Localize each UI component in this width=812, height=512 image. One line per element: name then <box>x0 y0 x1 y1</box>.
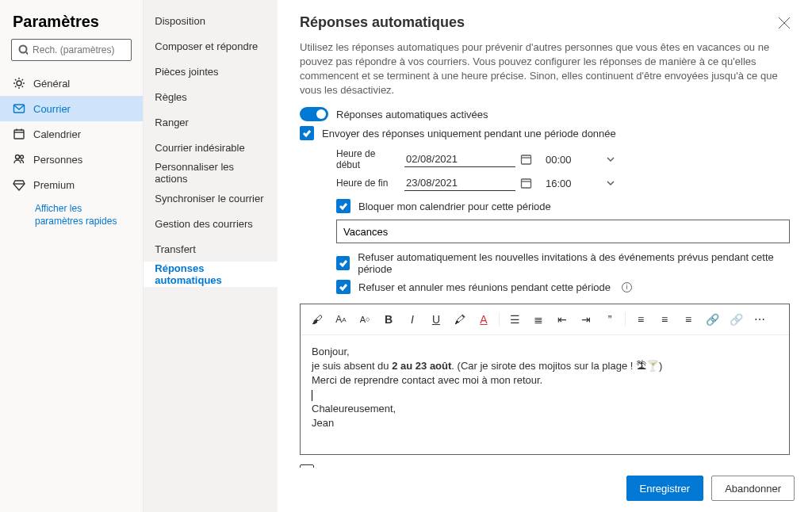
nav-people-label: Personnes <box>33 154 82 166</box>
cancel-button[interactable]: Abandonner <box>711 476 795 501</box>
search-input[interactable] <box>33 44 124 55</box>
decline-new-label: Refuser automatiquement les nouvelles in… <box>358 251 790 275</box>
search-input-container[interactable] <box>11 39 132 61</box>
svg-point-0 <box>20 46 27 53</box>
nav-calendar[interactable]: Calendrier <box>0 121 143 147</box>
subnav-composer[interactable]: Composer et répondre <box>144 33 278 59</box>
settings-left-nav: Paramètres Général Courrier Calendrier P… <box>0 0 144 512</box>
subnav-disposition[interactable]: Disposition <box>144 8 278 33</box>
underline-icon[interactable]: U <box>426 309 446 330</box>
rich-text-editor: 🖌 AA A◇ B I U 🖍 A ☰ ≣ ⇤ ⇥ ” ≡ ≡ <box>300 304 790 455</box>
footer-actions: Enregistrer Abandonner <box>278 468 812 512</box>
font-size-icon[interactable]: A◇ <box>354 309 375 330</box>
subnav-customize[interactable]: Personnaliser les actions <box>144 160 278 185</box>
mail-icon <box>13 102 25 115</box>
msg-line: Merci de reprendre contact avec moi à mo… <box>312 373 778 388</box>
nav-general[interactable]: Général <box>0 71 143 96</box>
highlight-icon[interactable]: 🖍 <box>450 309 470 330</box>
subnav-junk[interactable]: Courrier indésirable <box>144 135 278 160</box>
nav-premium-label: Premium <box>33 179 75 191</box>
mail-subnav: Disposition Composer et répondre Pièces … <box>144 0 278 512</box>
people-icon <box>13 153 25 166</box>
settings-main: Réponses automatiques Utilisez les répon… <box>278 0 812 512</box>
italic-icon[interactable]: I <box>402 309 423 330</box>
subnav-sweep[interactable]: Ranger <box>144 109 278 135</box>
calendar-picker-icon[interactable] <box>520 178 532 189</box>
font-family-icon[interactable]: AA <box>331 309 351 330</box>
subnav-attachments[interactable]: Pièces jointes <box>144 59 278 84</box>
subnav-handling[interactable]: Gestion des courriers <box>144 211 278 236</box>
msg-line: Chaleureusement, <box>312 402 778 416</box>
period-label: Envoyer des réponses uniquement pendant … <box>322 128 616 139</box>
format-painter-icon[interactable]: 🖌 <box>307 309 327 330</box>
decline-new-checkbox[interactable] <box>336 256 350 270</box>
search-icon <box>18 44 28 55</box>
subnav-sync[interactable]: Synchroniser le courrier <box>144 185 278 211</box>
subnav-forward[interactable]: Transfert <box>144 236 278 262</box>
end-time-input[interactable]: 16:00 <box>546 178 601 189</box>
end-label: Heure de fin <box>336 178 400 189</box>
help-text: Utilisez les réponses automatiques pour … <box>300 40 790 97</box>
end-date-input[interactable]: 23/08/2021 <box>404 175 515 191</box>
msg-line <box>312 388 778 402</box>
gear-icon <box>13 77 25 90</box>
numbering-icon[interactable]: ≣ <box>528 309 549 330</box>
decline-cancel-label: Refuser et annuler mes réunions pendant … <box>358 281 611 293</box>
align-right-icon[interactable]: ≡ <box>678 309 699 330</box>
block-title-input[interactable] <box>336 220 790 243</box>
editor-body[interactable]: Bonjour, je suis absent du 2 au 23 août.… <box>301 335 789 454</box>
nav-premium[interactable]: Premium <box>0 172 143 197</box>
align-center-icon[interactable]: ≡ <box>654 309 675 330</box>
link-icon[interactable]: 🔗 <box>702 309 722 330</box>
period-checkbox[interactable] <box>300 126 314 140</box>
msg-line: Jean <box>312 416 778 430</box>
quick-settings-link[interactable]: Afficher les paramètres rapides <box>0 197 143 227</box>
subnav-auto-replies[interactable]: Réponses automatiques <box>144 262 278 287</box>
toggle-label: Réponses automatiques activées <box>336 109 488 120</box>
indent-icon[interactable]: ⇥ <box>576 309 596 330</box>
start-label: Heure de début <box>336 148 400 170</box>
quote-icon[interactable]: ” <box>599 309 620 330</box>
nav-general-label: Général <box>33 78 70 90</box>
unlink-icon[interactable]: 🔗 <box>726 309 746 330</box>
msg-line: je suis absent du 2 au 23 août. (Car je … <box>312 359 778 373</box>
svg-rect-15 <box>522 179 531 188</box>
block-calendar-label: Bloquer mon calendrier pour cette périod… <box>358 201 551 212</box>
more-icon[interactable]: ⋯ <box>749 309 770 330</box>
svg-line-1 <box>26 52 28 55</box>
svg-point-9 <box>21 155 24 159</box>
svg-point-2 <box>17 81 21 86</box>
diamond-icon <box>13 178 25 191</box>
bold-icon[interactable]: B <box>378 309 399 330</box>
chevron-down-icon[interactable] <box>606 178 615 188</box>
close-icon[interactable] <box>779 17 790 29</box>
info-icon[interactable]: i <box>622 282 632 292</box>
msg-line: Bonjour, <box>312 345 778 359</box>
auto-replies-toggle[interactable] <box>300 107 328 121</box>
decline-cancel-checkbox[interactable] <box>336 280 350 294</box>
calendar-picker-icon[interactable] <box>520 154 532 166</box>
nav-mail[interactable]: Courrier <box>0 96 143 121</box>
nav-mail-label: Courrier <box>33 103 71 115</box>
svg-rect-4 <box>14 130 24 139</box>
save-button[interactable]: Enregistrer <box>626 476 704 501</box>
font-color-icon[interactable]: A <box>473 309 494 330</box>
svg-point-8 <box>16 155 20 159</box>
start-time-input[interactable]: 00:00 <box>546 154 601 166</box>
chevron-down-icon[interactable] <box>606 155 615 164</box>
subnav-rules[interactable]: Règles <box>144 84 278 109</box>
outdent-icon[interactable]: ⇤ <box>552 309 573 330</box>
nav-people[interactable]: Personnes <box>0 147 143 172</box>
bullets-icon[interactable]: ☰ <box>504 309 525 330</box>
block-calendar-checkbox[interactable] <box>336 199 350 213</box>
svg-rect-13 <box>522 155 531 164</box>
align-left-icon[interactable]: ≡ <box>630 309 651 330</box>
nav-calendar-label: Calendrier <box>33 128 81 140</box>
calendar-icon <box>13 128 25 140</box>
settings-title: Paramètres <box>0 10 143 39</box>
editor-toolbar: 🖌 AA A◇ B I U 🖍 A ☰ ≣ ⇤ ⇥ ” ≡ ≡ <box>301 304 789 335</box>
page-title: Réponses automatiques <box>300 14 465 31</box>
start-date-input[interactable]: 02/08/2021 <box>404 151 515 167</box>
